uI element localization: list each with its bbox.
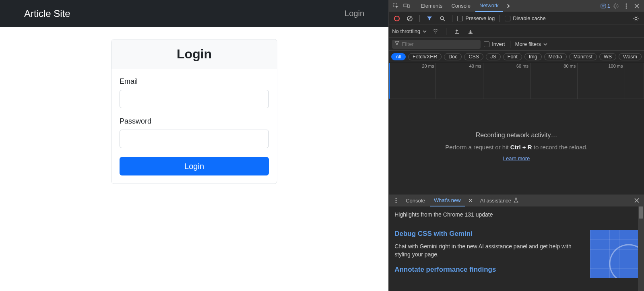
drawer-tab-ai[interactable]: AI assistance	[476, 194, 523, 206]
card-body: Email Password Login	[111, 69, 277, 184]
card-title: Login	[120, 47, 269, 62]
empty-title: Recording network activity…	[476, 132, 557, 139]
svg-point-14	[635, 17, 637, 20]
chip-font[interactable]: Font	[503, 53, 522, 60]
drawer-tabbar: Console What's new AI assistance	[389, 194, 644, 206]
svg-point-8	[626, 5, 627, 6]
devtools-drawer: Console What's new AI assistance Highlig…	[389, 194, 644, 291]
kebab-menu-icon[interactable]	[621, 1, 631, 11]
svg-line-11	[408, 17, 411, 20]
email-input[interactable]	[120, 90, 269, 108]
funnel-icon	[394, 41, 399, 46]
svg-point-6	[615, 5, 617, 7]
chip-img[interactable]: Img	[524, 53, 542, 60]
chip-wasm[interactable]: Wasm	[619, 53, 642, 60]
highlights-heading: Highlights from the Chrome 131 update	[394, 211, 638, 218]
svg-point-12	[440, 17, 444, 20]
inspect-icon[interactable]	[391, 1, 401, 11]
email-label: Email	[120, 77, 269, 86]
network-settings-gear-icon[interactable]	[631, 14, 641, 23]
filter-input[interactable]	[392, 40, 481, 49]
invert-label: Invert	[492, 41, 505, 47]
empty-hint: Perform a request or hit Ctrl + R to rec…	[445, 144, 588, 151]
svg-point-18	[396, 202, 397, 203]
drawer-tab-whats-new[interactable]: What's new	[430, 194, 465, 206]
chip-ws[interactable]: WS	[599, 53, 616, 60]
invert-checkbox[interactable]: Invert	[484, 41, 505, 47]
chip-all[interactable]: All	[391, 53, 406, 60]
search-icon[interactable]	[438, 14, 447, 23]
drawer-kebab-icon[interactable]	[391, 196, 401, 205]
throttle-select[interactable]: No throttling	[392, 28, 427, 34]
devtools-panel: Elements Console Network 1	[388, 0, 644, 291]
issues-count: 1	[607, 3, 610, 9]
disable-cache-label: Disable cache	[513, 15, 546, 21]
ai-tab-label: AI assistance	[480, 198, 511, 204]
record-button[interactable]	[392, 14, 402, 23]
navbar: Article Site Login	[0, 0, 388, 27]
preserve-log-checkbox[interactable]: Preserve log	[457, 15, 495, 21]
throttle-label: No throttling	[392, 28, 420, 34]
svg-point-15	[435, 33, 436, 33]
password-input[interactable]	[120, 130, 269, 148]
type-filter-chips: All Fetch/XHR Doc CSS JS Font Img Media …	[389, 51, 644, 63]
chip-fetch[interactable]: Fetch/XHR	[408, 53, 442, 60]
more-tabs-icon[interactable]	[504, 1, 513, 11]
close-whats-new-icon[interactable]	[466, 196, 475, 205]
clear-icon[interactable]	[405, 14, 415, 23]
tab-network[interactable]: Network	[475, 0, 503, 12]
upload-har-icon[interactable]	[452, 27, 462, 36]
filter-row: Invert More filters	[389, 38, 644, 51]
svg-point-17	[396, 200, 397, 201]
chip-js[interactable]: JS	[486, 53, 501, 60]
brand[interactable]: Article Site	[24, 8, 70, 19]
device-toggle-icon[interactable]	[402, 1, 411, 11]
svg-rect-1	[404, 4, 407, 7]
tick-60ms: 60 ms	[516, 64, 528, 68]
svg-point-9	[626, 7, 627, 8]
nav-login-link[interactable]: Login	[345, 9, 364, 18]
more-filters-label: More filters	[515, 41, 541, 47]
network-toolbar: Preserve log Disable cache	[389, 12, 644, 25]
tab-elements[interactable]: Elements	[417, 0, 446, 12]
svg-rect-2	[408, 5, 409, 8]
chevron-down-icon	[543, 43, 547, 45]
tick-20ms: 20 ms	[422, 64, 434, 68]
story2-title: Annotate performance findings	[394, 266, 584, 274]
chip-css[interactable]: CSS	[464, 53, 483, 60]
svg-point-16	[396, 198, 397, 199]
network-empty-state: Recording network activity… Perform a re…	[389, 99, 644, 194]
scrollbar-thumb[interactable]	[639, 206, 643, 219]
svg-point-7	[626, 3, 627, 4]
login-button[interactable]: Login	[120, 157, 269, 175]
card-header: Login	[111, 39, 277, 69]
devtools-tabbar: Elements Console Network 1	[389, 0, 644, 12]
chip-media[interactable]: Media	[544, 53, 567, 60]
login-card: Login Email Password Login	[111, 39, 277, 184]
close-devtools-icon[interactable]	[632, 1, 642, 11]
drawer-tab-console[interactable]: Console	[402, 194, 429, 206]
story-debug-css[interactable]: Debug CSS with Gemini Chat with Gemini r…	[394, 230, 638, 279]
tick-100ms: 100 ms	[608, 64, 623, 68]
story-thumbnail	[590, 230, 638, 278]
preserve-log-label: Preserve log	[465, 15, 495, 21]
story1-body: Chat with Gemini right in the new AI ass…	[394, 243, 584, 258]
close-drawer-icon[interactable]	[632, 196, 642, 205]
timeline-overview[interactable]: 20 ms 40 ms 60 ms 80 ms 100 ms	[389, 63, 644, 99]
tab-console[interactable]: Console	[447, 0, 475, 12]
settings-gear-icon[interactable]	[611, 1, 621, 11]
disable-cache-checkbox[interactable]: Disable cache	[505, 15, 546, 21]
learn-more-link[interactable]: Learn more	[503, 155, 530, 161]
chip-doc[interactable]: Doc	[444, 53, 462, 60]
issues-badge[interactable]: 1	[601, 3, 610, 9]
drawer-scrollbar[interactable]	[638, 206, 644, 291]
more-filters-dropdown[interactable]: More filters	[515, 41, 547, 47]
svg-rect-3	[601, 4, 606, 8]
download-har-icon[interactable]	[466, 27, 475, 36]
wifi-icon[interactable]	[431, 27, 440, 36]
throttle-bar: No throttling	[389, 25, 644, 38]
filter-toggle-icon[interactable]	[425, 14, 434, 23]
chip-manifest[interactable]: Manifest	[569, 53, 597, 60]
svg-line-13	[443, 19, 445, 21]
content-area: Login Email Password Login	[0, 27, 388, 291]
